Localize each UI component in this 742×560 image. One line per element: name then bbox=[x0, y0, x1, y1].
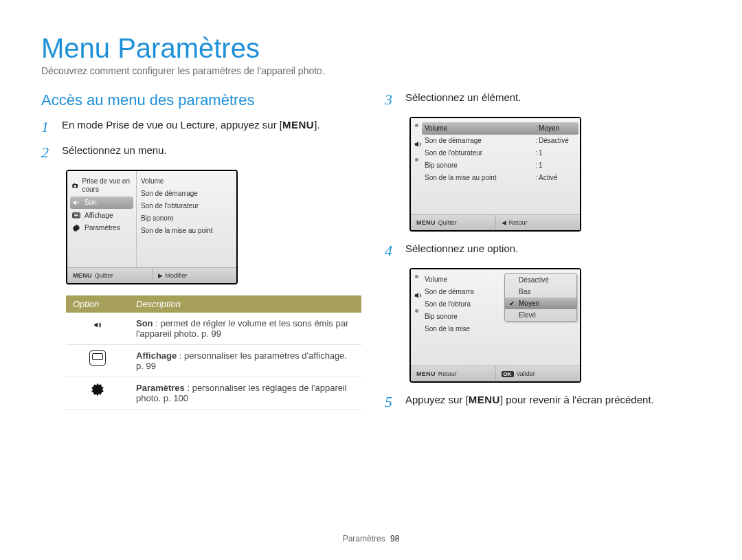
footer-right-label: Valider bbox=[517, 370, 535, 377]
svg-rect-2 bbox=[74, 183, 76, 185]
chevron-right-icon: ▶ bbox=[158, 272, 163, 279]
menu-item-shooting[interactable]: Prise de vue en cours bbox=[67, 175, 136, 196]
options-table: Option Description Son : permet de régle… bbox=[66, 295, 361, 410]
screen-body: Volume Son de démarra Son de l'obtura Bi… bbox=[411, 269, 580, 366]
page-footer: Paramètres 98 bbox=[0, 534, 742, 544]
step-4: 4 Sélectionnez une option. bbox=[385, 243, 701, 258]
step-number: 3 bbox=[385, 91, 397, 107]
right-column: 3 Sélectionnez un élément. Volume: bbox=[385, 91, 701, 419]
footer-right-label: Modifier bbox=[166, 272, 188, 279]
dot-icon bbox=[415, 158, 418, 161]
speaker-icon bbox=[414, 139, 420, 146]
menu-item-label: Prise de vue en cours bbox=[82, 177, 133, 194]
footer-page-number: 98 bbox=[390, 534, 399, 544]
display-icon bbox=[71, 212, 81, 220]
speaker-icon bbox=[414, 291, 420, 297]
gear-icon bbox=[71, 224, 81, 232]
footer-left-label: Retour bbox=[438, 370, 457, 377]
ok-icon: OK bbox=[502, 371, 514, 377]
table-row: Affichage : personnaliser les paramètres… bbox=[66, 345, 361, 377]
option-name: Paramètres bbox=[136, 383, 185, 393]
step-text: Sélectionnez un menu. bbox=[62, 144, 357, 156]
table-row: Paramètres : personnaliser les réglages … bbox=[66, 377, 361, 410]
dropdown-option[interactable]: Désactivé bbox=[505, 274, 576, 286]
menu-item-display[interactable]: Affichage bbox=[67, 210, 136, 222]
check-icon: ✔ bbox=[509, 300, 516, 307]
list-item[interactable]: Bip sonore:1 bbox=[423, 159, 577, 172]
footer-section: Paramètres bbox=[343, 534, 385, 544]
step-number: 4 bbox=[385, 243, 397, 258]
list-item[interactable]: Son de démarrage:Désactivé bbox=[423, 135, 577, 147]
step-text: Appuyez sur [MENU] pour revenir à l'écra… bbox=[405, 394, 701, 405]
camera-screen-menu: Prise de vue en cours Son bbox=[66, 170, 238, 284]
svg-rect-4 bbox=[74, 214, 79, 217]
submenu-item[interactable]: Bip sonore bbox=[137, 212, 236, 225]
dropdown-option[interactable]: Elevé bbox=[505, 309, 576, 321]
list-item[interactable]: Son de la mise au point:Activé bbox=[423, 172, 577, 184]
page-subtitle: Découvrez comment configurer les paramèt… bbox=[41, 65, 701, 76]
step-1: 1 En mode Prise de vue ou Lecture, appuy… bbox=[41, 119, 357, 135]
screen-footer: MENU Quitter ◀ Retour bbox=[411, 214, 580, 230]
step-number: 2 bbox=[41, 144, 54, 160]
submenu-item[interactable]: Son de l'obturateur bbox=[137, 200, 236, 212]
left-column: Accès au menu des paramètres 1 En mode P… bbox=[41, 91, 357, 419]
step-text: Sélectionnez une option. bbox=[405, 243, 701, 254]
page-title: Menu Paramètres bbox=[41, 33, 701, 64]
footer-left[interactable]: MENU Retour bbox=[411, 366, 495, 381]
option-name: Son bbox=[136, 318, 153, 328]
dropdown-option-selected[interactable]: ✔Moyen bbox=[505, 298, 576, 309]
step-2: 2 Sélectionnez un menu. bbox=[41, 144, 357, 160]
chevron-left-icon: ◀ bbox=[502, 219, 506, 226]
speaker-icon bbox=[90, 318, 105, 332]
option-icon-cell bbox=[66, 377, 129, 410]
step-text: Sélectionnez un élément. bbox=[405, 91, 701, 103]
step-5: 5 Appuyez sur [MENU] pour revenir à l'éc… bbox=[385, 394, 701, 410]
footer-right[interactable]: ▶ Modifier bbox=[152, 268, 237, 283]
option-icon-cell bbox=[66, 313, 129, 345]
camera-icon bbox=[71, 181, 79, 190]
table-row: Son : permet de régler le volume et les … bbox=[66, 313, 361, 345]
option-description: Affichage : personnaliser les paramètres… bbox=[129, 345, 361, 377]
submenu-item[interactable]: Son de démarrage bbox=[137, 188, 236, 200]
gear-icon bbox=[90, 383, 105, 396]
content-columns: Accès au menu des paramètres 1 En mode P… bbox=[41, 91, 701, 419]
list-item[interactable]: Volume:Moyen bbox=[422, 122, 578, 135]
menu-item-sound[interactable]: Son bbox=[70, 197, 133, 209]
screen-body: Prise de vue en cours Son bbox=[67, 171, 236, 267]
footer-right[interactable]: ◀ Retour bbox=[495, 215, 581, 230]
menu-icon: MENU bbox=[73, 272, 92, 279]
step1-pre: En mode Prise de vue ou Lecture, appuyez… bbox=[62, 119, 282, 131]
list-item[interactable]: Son de l'obturateur:1 bbox=[423, 147, 577, 159]
option-name: Affichage bbox=[136, 350, 177, 361]
scroll-indicator bbox=[415, 124, 418, 195]
screen-footer: MENU Retour OK Valider bbox=[411, 366, 580, 381]
step-3: 3 Sélectionnez un élément. bbox=[385, 91, 701, 107]
menu-item-label: Son bbox=[85, 199, 97, 207]
menu-item-settings[interactable]: Paramètres bbox=[67, 222, 136, 234]
step-number: 5 bbox=[385, 394, 397, 410]
footer-right-label: Retour bbox=[509, 219, 528, 226]
step1-post: ]. bbox=[314, 119, 319, 131]
option-icon-cell bbox=[66, 345, 129, 377]
screen-left-pane: Prise de vue en cours Son bbox=[67, 171, 137, 267]
footer-left[interactable]: MENU Quitter bbox=[67, 268, 152, 283]
th-option: Option bbox=[66, 295, 129, 313]
submenu-item[interactable]: Volume bbox=[137, 175, 236, 188]
step5-post: ] pour revenir à l'écran précédent. bbox=[500, 394, 654, 405]
footer-left-label: Quitter bbox=[95, 272, 113, 279]
submenu-item[interactable]: Son de la mise au point bbox=[137, 225, 236, 237]
page: Menu Paramètres Découvrez comment config… bbox=[0, 0, 742, 560]
option-text: : permet de régler le volume et les sons… bbox=[136, 318, 348, 339]
camera-screen-elements: Volume:Moyen Son de démarrage:Désactivé … bbox=[409, 117, 581, 232]
dot-icon bbox=[415, 124, 418, 127]
menu-item-label: Affichage bbox=[85, 212, 113, 220]
footer-right[interactable]: OK Valider bbox=[495, 366, 581, 381]
volume-dropdown[interactable]: Désactivé Bas ✔Moyen Elevé bbox=[504, 273, 577, 322]
footer-left[interactable]: MENU Quitter bbox=[411, 215, 495, 230]
settings-list: Volume:Moyen Son de démarrage:Désactivé … bbox=[411, 118, 580, 214]
camera-screen-options: Volume Son de démarra Son de l'obtura Bi… bbox=[409, 268, 581, 383]
option-description: Son : permet de régler le volume et les … bbox=[129, 313, 361, 345]
menu-icon: MENU bbox=[416, 370, 436, 377]
step-text: En mode Prise de vue ou Lecture, appuyez… bbox=[62, 119, 357, 131]
dropdown-option[interactable]: Bas bbox=[505, 286, 576, 298]
